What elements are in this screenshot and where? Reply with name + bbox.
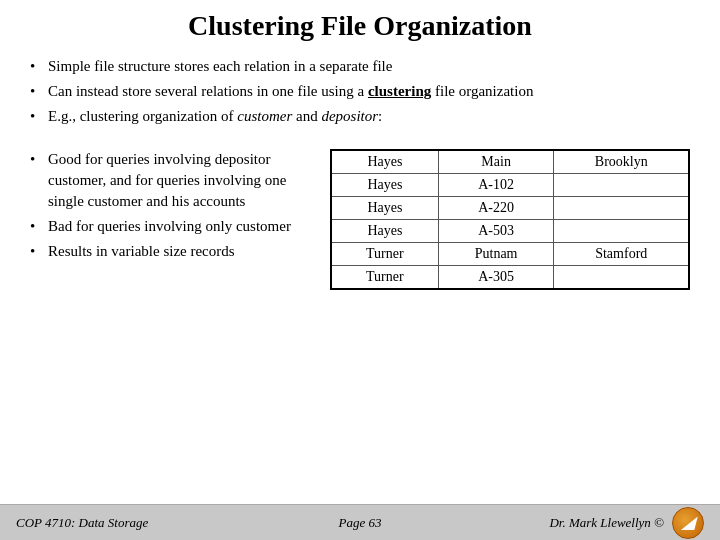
bullet-text-1: Simple file structure stores each relati… (48, 56, 690, 77)
table-body: HayesMainBrooklynHayesA-102HayesA-220Hay… (331, 150, 689, 289)
bullet-dot-1: • (30, 56, 48, 77)
left-bullets: • Good for queries involving depositor c… (30, 149, 310, 499)
content-row: • Good for queries involving depositor c… (30, 149, 690, 499)
customer-italic: customer (237, 108, 292, 124)
bullet-dot-results: • (30, 241, 48, 262)
bullet-dot-bad: • (30, 216, 48, 237)
clustering-keyword: clustering (368, 83, 431, 99)
footer-right-text: Dr. Mark Llewellyn © (549, 515, 664, 531)
main-content: Clustering File Organization • Simple fi… (0, 0, 720, 504)
table-container: HayesMainBrooklynHayesA-102HayesA-220Hay… (330, 149, 690, 499)
table-cell: Hayes (331, 197, 438, 220)
table-row: HayesMainBrooklyn (331, 150, 689, 174)
footer-center: Page 63 (245, 515, 474, 531)
table-cell: Stamford (554, 243, 689, 266)
cluster-table: HayesMainBrooklynHayesA-102HayesA-220Hay… (330, 149, 690, 290)
table-cell: Turner (331, 243, 438, 266)
bullet-section-top: • Simple file structure stores each rela… (30, 56, 690, 135)
table-row: HayesA-503 (331, 220, 689, 243)
table-cell (554, 197, 689, 220)
table-cell: A-102 (438, 174, 554, 197)
table-cell: Main (438, 150, 554, 174)
bullet-text-results: Results in variable size records (48, 241, 310, 262)
bullet-text-good: Good for queries involving depositor cus… (48, 149, 310, 212)
depositor-italic: depositor (321, 108, 378, 124)
table-row: TurnerA-305 (331, 266, 689, 290)
footer: COP 4710: Data Storage Page 63 Dr. Mark … (0, 504, 720, 540)
table-cell: A-220 (438, 197, 554, 220)
bullet-text-bad: Bad for queries involving only customer (48, 216, 310, 237)
footer-left: COP 4710: Data Storage (16, 515, 245, 531)
bullet-dot-2: • (30, 81, 48, 102)
bullet-dot-eg: • (30, 106, 48, 127)
table-cell: Hayes (331, 174, 438, 197)
table-cell: Hayes (331, 220, 438, 243)
footer-right: Dr. Mark Llewellyn © ◢ (475, 507, 704, 539)
bullet-text-2: Can instead store several relations in o… (48, 81, 690, 102)
table-cell: A-503 (438, 220, 554, 243)
table-cell: Turner (331, 266, 438, 290)
bullet-item-results: • Results in variable size records (30, 241, 310, 262)
table-row: TurnerPutnamStamford (331, 243, 689, 266)
table-cell: Putnam (438, 243, 554, 266)
bullet-item-good: • Good for queries involving depositor c… (30, 149, 310, 212)
bullet-item-bad: • Bad for queries involving only custome… (30, 216, 310, 237)
bullet-text-eg: E.g., clustering organization of custome… (48, 106, 690, 127)
table-cell: Hayes (331, 150, 438, 174)
ucf-logo: ◢ (672, 507, 704, 539)
table-cell (554, 220, 689, 243)
table-cell: Brooklyn (554, 150, 689, 174)
table-cell: A-305 (438, 266, 554, 290)
table-cell (554, 266, 689, 290)
bullet-item-2: • Can instead store several relations in… (30, 81, 690, 102)
table-cell (554, 174, 689, 197)
bullet-dot-good: • (30, 149, 48, 170)
slide-title: Clustering File Organization (30, 10, 690, 42)
bullet-item-1: • Simple file structure stores each rela… (30, 56, 690, 77)
table-row: HayesA-102 (331, 174, 689, 197)
bullet-item-eg: • E.g., clustering organization of custo… (30, 106, 690, 127)
table-row: HayesA-220 (331, 197, 689, 220)
